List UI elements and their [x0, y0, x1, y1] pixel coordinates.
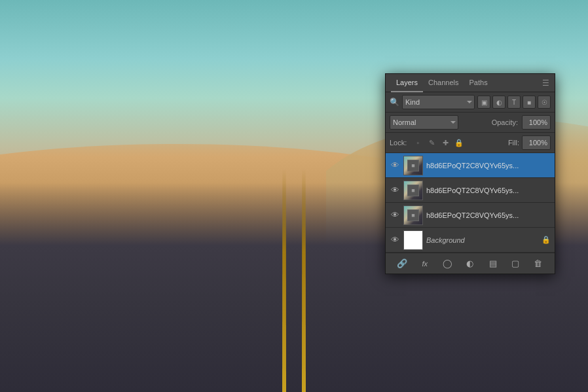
- tab-paths[interactable]: Paths: [464, 74, 493, 92]
- lock-label: Lock:: [390, 139, 407, 147]
- opacity-value[interactable]: 100%: [522, 115, 551, 130]
- layer-thumb-3: ■: [403, 205, 423, 225]
- type-filter-icon[interactable]: T: [507, 96, 521, 109]
- lock-image-icon[interactable]: ✎: [426, 137, 437, 149]
- lock-position-icon[interactable]: ✚: [439, 137, 451, 149]
- blend-mode-row: Normal Opacity: 100%: [386, 113, 555, 133]
- layer-name-1: h8d6EPoQT2C8VQYv65ys...: [426, 162, 551, 169]
- lock-transparent-icon[interactable]: ◦: [412, 137, 424, 149]
- fill-label: Fill:: [508, 139, 519, 147]
- visibility-icon-3[interactable]: 👁: [390, 210, 400, 221]
- layer-name-2: h8d6EPoQT2C8VQYv65ys...: [426, 187, 551, 194]
- search-icon: 🔍: [390, 98, 399, 107]
- new-adjustment-icon[interactable]: ◐: [464, 257, 477, 270]
- tab-layers[interactable]: Layers: [391, 74, 423, 92]
- visibility-icon-1[interactable]: 👁: [390, 160, 400, 171]
- lock-row: Lock: ◦ ✎ ✚ 🔒 Fill: 100%: [386, 133, 555, 153]
- layer-row[interactable]: 👁 ■ h8d6EPoQT2C8VQYv65ys...: [386, 153, 555, 178]
- layer-thumb-1: ■: [403, 156, 423, 175]
- fx-icon[interactable]: fx: [418, 257, 432, 270]
- panel-bottom: 🔗 fx ◯ ◐ ▤ ▢ 🗑: [386, 253, 555, 274]
- filter-icons: ▣ ◐ T ■ ☉: [477, 96, 551, 109]
- layer-thumb-2: ■: [403, 181, 423, 200]
- new-layer-icon[interactable]: ▢: [509, 257, 522, 270]
- layer-mask-thumb-1: ■: [407, 160, 419, 171]
- road-line-right: [302, 169, 306, 392]
- layer-row[interactable]: 👁 ■ h8d6EPoQT2C8VQYv65ys...: [386, 203, 555, 228]
- add-mask-icon[interactable]: ◯: [441, 257, 454, 270]
- fill-value[interactable]: 100%: [522, 135, 551, 150]
- layer-mask-thumb-3: ■: [407, 209, 419, 221]
- layer-row[interactable]: 👁 ■ h8d6EPoQT2C8VQYv65ys...: [386, 178, 555, 203]
- layer-lock-icon: 🔒: [542, 236, 551, 244]
- layers-panel: Layers Channels Paths ☰ 🔍 Kind ▣ ◐ T ■ ☉…: [385, 73, 555, 274]
- layer-mask-thumb-2: ■: [407, 185, 419, 196]
- visibility-icon-4[interactable]: 👁: [390, 235, 400, 245]
- visibility-icon-2[interactable]: 👁: [390, 185, 400, 196]
- new-group-icon[interactable]: ▤: [487, 257, 500, 270]
- smart-filter-icon[interactable]: ☉: [538, 96, 551, 109]
- panel-tabs: Layers Channels Paths ☰: [386, 74, 555, 92]
- layer-name-3: h8d6EPoQT2C8VQYv65ys...: [426, 211, 551, 219]
- layer-name-4: Background: [426, 236, 538, 244]
- tab-channels[interactable]: Channels: [423, 74, 464, 92]
- road-line-left: [282, 169, 286, 392]
- opacity-label: Opacity:: [492, 118, 518, 126]
- layer-row[interactable]: 👁 Background 🔒: [386, 228, 555, 253]
- blend-mode-select[interactable]: Normal: [390, 115, 458, 130]
- panel-menu-icon[interactable]: ☰: [542, 79, 549, 88]
- layer-thumb-4: [403, 230, 423, 250]
- adjustment-filter-icon[interactable]: ◐: [492, 96, 505, 109]
- filter-row: 🔍 Kind ▣ ◐ T ■ ☉: [386, 92, 555, 113]
- shape-filter-icon[interactable]: ■: [523, 96, 536, 109]
- delete-layer-icon[interactable]: 🗑: [532, 257, 545, 270]
- lock-icons: ◦ ✎ ✚ 🔒: [412, 137, 465, 149]
- filter-kind-select[interactable]: Kind: [402, 95, 475, 109]
- link-layers-icon[interactable]: 🔗: [395, 257, 409, 270]
- lock-all-icon[interactable]: 🔒: [453, 137, 465, 149]
- pixel-filter-icon[interactable]: ▣: [477, 96, 490, 109]
